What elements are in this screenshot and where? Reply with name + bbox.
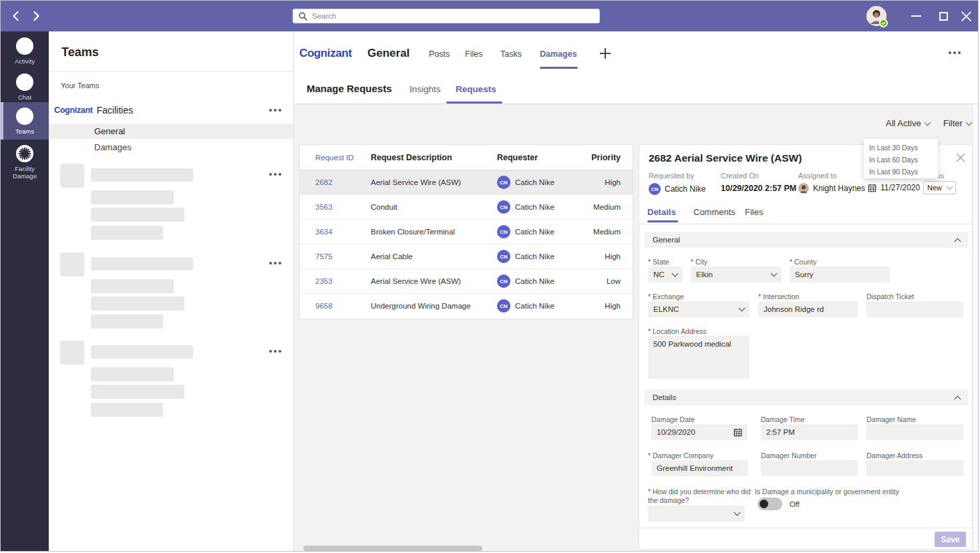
requester-name: Catich Nike (665, 184, 705, 194)
request-id-link[interactable]: 3634 (300, 228, 371, 236)
panel-title: 2682 Aerial Service Wire (ASW) (649, 152, 802, 164)
team-more-icon[interactable] (269, 262, 283, 264)
user-avatar[interactable] (866, 6, 886, 26)
assigned-to-value: Knight Haynes (798, 183, 865, 194)
request-id-link[interactable]: 3563 (300, 203, 371, 211)
exchange-select[interactable]: ELKNC (648, 301, 750, 317)
skeleton-bar (91, 279, 174, 293)
subtab-insights[interactable]: Insights (410, 84, 441, 94)
table-row[interactable]: 9658 Underground Wiring Damage CNCatich … (300, 294, 633, 319)
range-label: All Active (886, 118, 921, 128)
exchange-value: ELKNC (653, 305, 679, 313)
filter-label: Filter (943, 118, 963, 128)
tab-posts[interactable]: Posts (429, 49, 450, 59)
search-input[interactable] (312, 12, 594, 20)
maximize-button[interactable] (932, 1, 955, 31)
damager-number-label: Damager Number (761, 451, 816, 459)
tab-tasks[interactable]: Tasks (500, 49, 522, 59)
request-id-link[interactable]: 9658 (300, 302, 371, 310)
requested-by-label: Requested by (649, 172, 694, 180)
city-value: Elkin (696, 270, 713, 279)
menu-item-last-60-days[interactable]: In Last 60 Days (864, 154, 938, 166)
priority-value: Low (570, 277, 633, 285)
range-dropdown[interactable]: All Active (886, 118, 930, 128)
range-dropdown-menu: In Last 30 Days In Last 60 Days In Last … (864, 139, 938, 178)
subtab-requests[interactable]: Requests (456, 84, 496, 94)
rail-item-chat[interactable]: Chat (1, 73, 49, 101)
filter-dropdown[interactable]: Filter (943, 118, 971, 128)
municipality-toggle[interactable] (758, 498, 782, 510)
panel-tab-comments[interactable]: Comments (693, 207, 736, 217)
tab-files[interactable]: Files (465, 49, 482, 59)
section-title: Details (653, 393, 676, 401)
team-row-facilities[interactable]: Cognizant Facilities (49, 100, 293, 121)
save-button[interactable]: Save (935, 532, 966, 547)
county-input[interactable]: Surry (790, 266, 890, 283)
request-id-link[interactable]: 7575 (300, 252, 371, 260)
section-details-header[interactable]: Details (645, 389, 968, 405)
request-description: Underground Wiring Damage (371, 302, 497, 310)
city-select[interactable]: Elkin (691, 266, 782, 283)
skeleton-bar (91, 345, 193, 359)
request-id-link[interactable]: 2682 (300, 178, 371, 186)
team-more-icon[interactable] (269, 173, 283, 176)
vertical-scrollbar-track[interactable] (973, 104, 978, 551)
table-row[interactable]: 2682 Aerial Service Wire (ASW) CNCatich … (300, 170, 633, 195)
damage-date-value: 10/29/2020 (657, 428, 695, 436)
calendar-icon[interactable] (868, 184, 876, 192)
state-select[interactable]: NC (648, 266, 683, 283)
request-id-link[interactable]: 2353 (300, 277, 371, 285)
rail-item-facility-damage[interactable]: Facility Damage (1, 145, 49, 180)
requester-avatar: CN (497, 250, 510, 263)
table-row[interactable]: 3634 Broken Closure/Terminal CNCatich Ni… (300, 220, 633, 244)
location-address-textarea[interactable]: 500 Parkwood medical (648, 336, 750, 379)
determine-damage-select[interactable] (648, 506, 745, 522)
forward-icon[interactable] (29, 9, 43, 23)
horizontal-scrollbar[interactable] (303, 546, 482, 551)
damager-address-label: Damager Address (866, 451, 923, 459)
menu-item-last-30-days[interactable]: In Last 30 Days (864, 142, 938, 154)
close-panel-icon[interactable] (956, 153, 965, 162)
rail-item-teams[interactable]: Teams (1, 102, 49, 140)
activity-icon (16, 37, 33, 55)
add-tab-icon[interactable] (600, 48, 611, 59)
close-window-button[interactable] (955, 1, 977, 31)
section-title: General (653, 236, 680, 244)
status-select[interactable]: New (923, 181, 956, 194)
requester-avatar: CN (497, 274, 510, 288)
damager-address-input[interactable] (866, 460, 963, 476)
calendar-icon[interactable] (733, 428, 742, 437)
section-general-header[interactable]: General (645, 232, 968, 248)
table-row[interactable]: 3563 Conduit CNCatich Nike Medium (300, 195, 633, 220)
requester-avatar: CN (497, 225, 510, 238)
minimize-button[interactable] (905, 1, 927, 31)
channel-damages[interactable]: Damages (49, 140, 293, 155)
team-more-icon[interactable] (269, 350, 283, 353)
back-icon[interactable] (9, 9, 23, 23)
team-more-icon[interactable] (269, 109, 283, 112)
damage-time-input[interactable]: 2:57 PM (761, 424, 858, 440)
table-row[interactable]: 2353 Aerial Service Wire (ASW) CNCatich … (300, 269, 633, 294)
panel-tab-files[interactable]: Files (745, 207, 763, 217)
tab-damages[interactable]: Damages (540, 49, 577, 59)
intersection-value: Johnson Ridge rd (764, 305, 824, 313)
channel-more-icon[interactable] (949, 51, 962, 54)
search-bar[interactable] (293, 9, 600, 23)
intersection-input[interactable]: Johnson Ridge rd (758, 301, 858, 317)
damager-name-input[interactable] (866, 424, 963, 440)
subtab-manage-requests[interactable]: Manage Requests (307, 83, 392, 94)
damager-company-input[interactable]: Greenhill Environment (651, 460, 748, 476)
damager-number-input[interactable] (761, 460, 858, 476)
channel-general[interactable]: General (49, 124, 293, 139)
request-description: Aerial Service Wire (ASW) (371, 277, 497, 285)
table-row[interactable]: 7575 Aerial Cable CNCatich Nike High (300, 244, 633, 269)
damage-date-input[interactable]: 10/29/2020 (651, 424, 748, 440)
chevron-down-icon (734, 510, 741, 516)
dispatch-ticket-input[interactable] (866, 301, 963, 317)
team-skeleton (49, 164, 293, 241)
panel-tab-details[interactable]: Details (647, 207, 676, 217)
rail-item-activity[interactable]: Activity (1, 37, 49, 65)
chevron-down-icon (771, 270, 778, 277)
menu-item-last-90-days[interactable]: In Last 90 Days (864, 166, 938, 178)
toggle-knob (760, 500, 768, 508)
